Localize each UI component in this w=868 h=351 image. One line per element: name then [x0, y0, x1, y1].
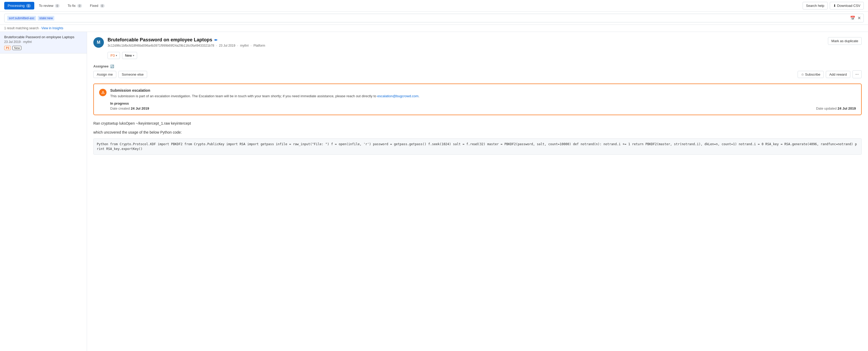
detail-platform: Platform	[253, 44, 265, 47]
list-item[interactable]: Bruteforcable Password on employee Lapto…	[0, 32, 87, 54]
escalation-content: Submission escalation This submission is…	[110, 88, 856, 110]
body-code: Python from Crypto.Protocol.KDF import P…	[93, 138, 862, 155]
assignee-actions: Assign me Someone else ☆ Subscribe Add r…	[93, 70, 862, 78]
search-help-label: Search help	[806, 4, 824, 8]
refresh-icon: 🔄	[110, 65, 114, 68]
search-help-button[interactable]: Search help	[803, 2, 828, 9]
tab-to-review-count: 0	[55, 4, 60, 8]
tab-fixed[interactable]: Fixed 0	[87, 2, 108, 9]
right-action-btns: ☆ Subscribe Add reward ···	[798, 70, 862, 78]
more-actions-button[interactable]: ···	[852, 70, 862, 78]
warning-icon: ⚠	[99, 89, 106, 96]
filter-bar: sort:submitted-asc state:new 📅 ✕	[0, 11, 868, 25]
escalation-dates: Date created 24 Jul 2019 Date updated 24…	[110, 106, 856, 110]
tab-to-fix-count: 0	[77, 4, 82, 8]
filter-icons: 📅 ✕	[850, 15, 861, 21]
list-item-state-badge: New	[12, 46, 21, 50]
view-in-insights-link[interactable]: View in Insights	[41, 26, 63, 30]
assign-me-button[interactable]: Assign me	[93, 71, 116, 78]
tab-processing[interactable]: Processing 1	[4, 2, 34, 9]
escalation-box: ⚠ Submission escalation This submission …	[93, 84, 862, 115]
escalation-description: This submission is part of an escalation…	[110, 94, 856, 99]
list-item-title: Bruteforcable Password on employee Lapto…	[4, 35, 83, 39]
results-count: 1 result matching search	[4, 26, 39, 30]
tab-to-fix[interactable]: To fix 0	[64, 2, 85, 9]
tab-to-fix-label: To fix	[67, 4, 75, 8]
list-item-priority-badge: P3	[4, 46, 11, 50]
tab-fixed-label: Fixed	[90, 4, 98, 8]
escalation-title: Submission escalation	[110, 88, 856, 93]
tab-processing-count: 1	[26, 4, 31, 8]
results-info: 1 result matching search · View in Insig…	[0, 25, 868, 32]
detail-meta: 3c12d96c1bfbcfd18f46bd096a4b3971f999b69f…	[107, 44, 824, 47]
list-panel: Bruteforcable Password on employee Lapto…	[0, 32, 87, 351]
detail-hash: 3c12d96c1bfbcfd18f46bd096a4b3971f999b69f…	[107, 44, 214, 47]
top-bar-right: Search help ⬇ Download CSV	[803, 2, 864, 9]
subscribe-button[interactable]: ☆ Subscribe	[798, 71, 824, 78]
filter-tags: sort:submitted-asc state:new	[7, 16, 54, 21]
detail-separator1: ·	[216, 44, 218, 47]
detail-separator3: ·	[251, 44, 253, 47]
edit-icon[interactable]: ✏	[214, 38, 218, 42]
state-chevron-icon: ▾	[133, 54, 134, 57]
escalation-desc-text: This submission is part of an escalation…	[110, 94, 376, 98]
filter-tag-state[interactable]: state:new	[38, 16, 54, 21]
date-created-label: Date created	[110, 106, 130, 110]
date-updated-value: 24 Jul 2019	[838, 106, 856, 110]
body-line2: which uncovered the usage of the below P…	[93, 129, 862, 135]
calendar-icon[interactable]: 📅	[850, 15, 855, 21]
assignee-btns: Assign me Someone else	[93, 71, 147, 78]
date-updated-block: Date updated 24 Jul 2019	[816, 106, 856, 110]
filter-input-container[interactable]: sort:submitted-asc state:new 📅 ✕	[4, 14, 864, 22]
add-reward-button[interactable]: Add reward	[826, 71, 850, 78]
detail-title-block: Bruteforcable Password on employee Lapto…	[107, 37, 824, 47]
priority-chevron-icon: ▾	[116, 54, 117, 57]
someone-else-button[interactable]: Someone else	[118, 71, 147, 78]
download-csv-button[interactable]: ⬇ Download CSV	[830, 2, 864, 9]
assignee-section: Assignee 🔄 Assign me Someone else ☆ Subs…	[93, 64, 862, 78]
avatar: M	[93, 37, 104, 48]
priority-dropdown[interactable]: P3 ▾	[107, 52, 120, 59]
priority-label: P3	[111, 54, 115, 58]
results-separator: ·	[39, 26, 41, 30]
detail-title-text: Bruteforcable Password on employee Lapto…	[107, 37, 212, 43]
assignee-label: Assignee 🔄	[93, 64, 862, 68]
tab-to-review-label: To review	[39, 4, 53, 8]
detail-header: M Bruteforcable Password on employee Lap…	[93, 37, 862, 48]
date-updated-label: Date updated	[816, 106, 837, 110]
escalation-status: In progress	[110, 101, 856, 105]
detail-date: 23 Jul 2019	[219, 44, 235, 47]
detail-separator2: ·	[237, 44, 239, 47]
date-created-block: Date created 24 Jul 2019	[110, 106, 149, 110]
state-label: New	[125, 54, 132, 58]
tab-fixed-count: 0	[100, 4, 105, 8]
detail-title: Bruteforcable Password on employee Lapto…	[107, 37, 824, 43]
list-item-meta: 23 Jul 2019 · mythri	[4, 40, 83, 44]
close-icon[interactable]: ✕	[858, 15, 861, 21]
status-row: P3 ▾ New ▾	[93, 52, 862, 59]
state-dropdown[interactable]: New ▾	[122, 52, 137, 59]
detail-author: mythri	[240, 44, 249, 47]
escalation-email-link[interactable]: escalation@bugcrowd.com	[377, 94, 418, 98]
date-created-value: 24 Jul 2019	[131, 106, 149, 110]
body-line1: Ran cryptsetup luksOpen ~/keyintercept_1…	[93, 121, 862, 126]
main-layout: Bruteforcable Password on employee Lapto…	[0, 32, 868, 351]
list-item-badges: P3 New	[4, 46, 83, 50]
top-bar: Processing 1 To review 0 To fix 0 Fixed …	[0, 0, 868, 11]
tab-processing-label: Processing	[8, 4, 25, 8]
avatar-letter: M	[97, 40, 100, 45]
assignee-label-text: Assignee	[93, 64, 108, 68]
download-csv-label: ⬇ Download CSV	[833, 4, 860, 8]
content-body: Ran cryptsetup luksOpen ~/keyintercept_1…	[93, 121, 862, 155]
mark-as-duplicate-button[interactable]: Mark as duplicate	[828, 37, 862, 45]
filter-tag-sort[interactable]: sort:submitted-asc	[7, 16, 36, 21]
tab-to-review[interactable]: To review 0	[35, 2, 63, 9]
detail-panel: M Bruteforcable Password on employee Lap…	[87, 32, 868, 351]
